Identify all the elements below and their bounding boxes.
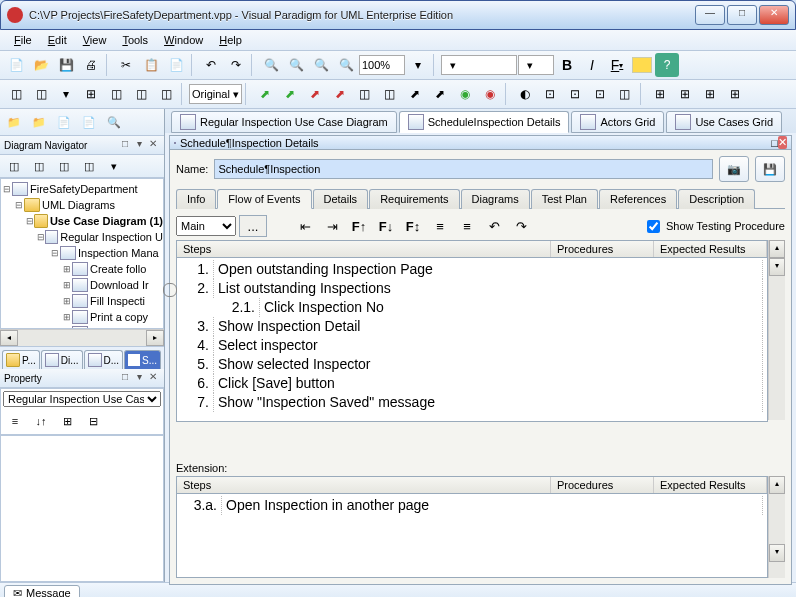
tab-schedule[interactable]: ScheduleInspection Details [399,111,570,133]
undo2-icon[interactable]: ↶ [482,215,506,237]
steps-body[interactable]: 1.Open outstanding Inspection Page2.List… [177,258,767,414]
size-combo[interactable]: ▾ [518,55,554,75]
step-row[interactable]: 3.Show Inspection Detail [177,317,767,336]
nav2-4[interactable]: ◫ [77,155,101,177]
tb2-24[interactable]: ⊞ [673,82,697,106]
prop-btn-2[interactable]: ↓↑ [29,410,53,432]
tb2-15[interactable]: ⬈ [428,82,452,106]
ext-step-row[interactable]: 3.a.Open Inspection in another page [177,496,767,515]
cut-icon[interactable]: ✂ [114,53,138,77]
steps-vscroll[interactable]: ▴▾ [768,240,785,420]
name-btn-1[interactable]: 📷 [719,156,749,182]
tb2-1[interactable]: ◫ [4,82,28,106]
menu-edit[interactable]: Edit [42,32,73,48]
menu-help[interactable]: Help [213,32,248,48]
ext-body[interactable]: 3.a.Open Inspection in another page [177,494,767,517]
nav-btn-5[interactable]: 🔍 [102,111,126,133]
ptab-0[interactable]: P... [2,350,40,369]
tb2-22[interactable]: ◫ [613,82,637,106]
prop-btn-1[interactable]: ≡ [3,410,27,432]
subtab-info[interactable]: Info [176,189,216,209]
ptab-2[interactable]: D... [84,350,124,369]
tb2-14[interactable]: ⬈ [403,82,427,106]
nav2-5[interactable]: ▾ [102,155,126,177]
property-combo[interactable]: Regular Inspection Use Case Dia... [3,391,161,407]
prop-min-icon[interactable]: ▾ [132,371,146,385]
close-button[interactable]: ✕ [759,5,789,25]
align-1-icon[interactable]: ≡ [428,215,452,237]
subtab-flow[interactable]: Flow of Events [217,189,311,209]
tree-item[interactable]: ⊞Fill Inspecti [1,293,163,309]
tb2-21[interactable]: ⊡ [588,82,612,106]
main-combo[interactable]: Main [176,216,236,236]
det-max-icon[interactable]: □ [771,137,778,149]
f1-icon[interactable]: F↑ [347,215,371,237]
step-row[interactable]: 1.Open outstanding Inspection Page [177,260,767,279]
f3-icon[interactable]: F↕ [401,215,425,237]
dropdown-icon[interactable]: ▾ [406,53,430,77]
subtab-ref[interactable]: References [599,189,677,209]
indent-left-icon[interactable]: ⇤ [293,215,317,237]
font-combo[interactable]: ▾ [441,55,517,75]
tree-item[interactable]: ⊞Print a copy [1,309,163,325]
paste-icon[interactable]: 📄 [164,53,188,77]
tb2-7[interactable]: ◫ [154,82,178,106]
align-2-icon[interactable]: ≡ [455,215,479,237]
tb2-6[interactable]: ◫ [129,82,153,106]
show-test-check[interactable]: Show Testing Procedure [643,217,785,236]
nav-btn-1[interactable]: 📁 [2,111,26,133]
zoom-out-icon[interactable]: 🔍 [284,53,308,77]
subtab-desc[interactable]: Description [678,189,755,209]
ptab-3[interactable]: S... [124,350,161,369]
nav-pin-icon[interactable]: □ [118,138,132,152]
print-icon[interactable]: 🖨 [79,53,103,77]
tab-regular[interactable]: Regular Inspection Use Case Diagram [171,111,397,133]
minimize-button[interactable]: — [695,5,725,25]
tb2-17[interactable]: ◉ [478,82,502,106]
ptab-1[interactable]: Di... [41,350,83,369]
name-btn-2[interactable]: 💾 [755,156,785,182]
subtab-details[interactable]: Details [313,189,369,209]
highlight-button[interactable] [630,53,654,77]
menu-window[interactable]: Window [158,32,209,48]
nav-min-icon[interactable]: ▾ [132,138,146,152]
open-icon[interactable]: 📂 [29,53,53,77]
step-row[interactable]: 2.1.Click Inspection No [177,298,767,317]
ext-vscroll[interactable]: ▴▾ [768,476,785,578]
tb2-12[interactable]: ◫ [353,82,377,106]
step-row[interactable]: 6.Click [Save] button [177,374,767,393]
prop-pin-icon[interactable]: □ [118,371,132,385]
maximize-button[interactable]: □ [727,5,757,25]
tree-hscroll[interactable]: ◂▸ [0,329,164,346]
copy-icon[interactable]: 📋 [139,53,163,77]
redo-icon[interactable]: ↷ [224,53,248,77]
nav-btn-4[interactable]: 📄 [77,111,101,133]
original-combo[interactable]: Original ▾ [189,84,242,104]
tb2-23[interactable]: ⊞ [648,82,672,106]
subtab-test[interactable]: Test Plan [531,189,598,209]
tb2-8[interactable]: ⬈ [253,82,277,106]
zoom-100-icon[interactable]: 🔍 [334,53,358,77]
tab-usecases[interactable]: Use Cases Grid [666,111,782,133]
zoom-in-icon[interactable]: 🔍 [259,53,283,77]
indent-right-icon[interactable]: ⇥ [320,215,344,237]
new-icon[interactable]: 📄 [4,53,28,77]
step-row[interactable]: 2.List outstanding Inspections [177,279,767,298]
bold-button[interactable]: B [555,53,579,77]
zoom-fit-icon[interactable]: 🔍 [309,53,333,77]
font-color-button[interactable]: F▾ [605,53,629,77]
prop-close-icon[interactable]: ✕ [146,371,160,385]
tb2-19[interactable]: ⊡ [538,82,562,106]
undo-icon[interactable]: ↶ [199,53,223,77]
det-close-icon[interactable]: ✕ [778,136,787,149]
tb2-9[interactable]: ⬈ [278,82,302,106]
tb2-13[interactable]: ◫ [378,82,402,106]
tb2-16[interactable]: ◉ [453,82,477,106]
tree-item[interactable]: ⊞Download Ir [1,277,163,293]
tb2-10[interactable]: ⬈ [303,82,327,106]
redo2-icon[interactable]: ↷ [509,215,533,237]
nav2-2[interactable]: ◫ [27,155,51,177]
prop-btn-4[interactable]: ⊟ [81,410,105,432]
tab-actors[interactable]: Actors Grid [571,111,664,133]
message-tab[interactable]: ✉ Message [4,585,80,598]
